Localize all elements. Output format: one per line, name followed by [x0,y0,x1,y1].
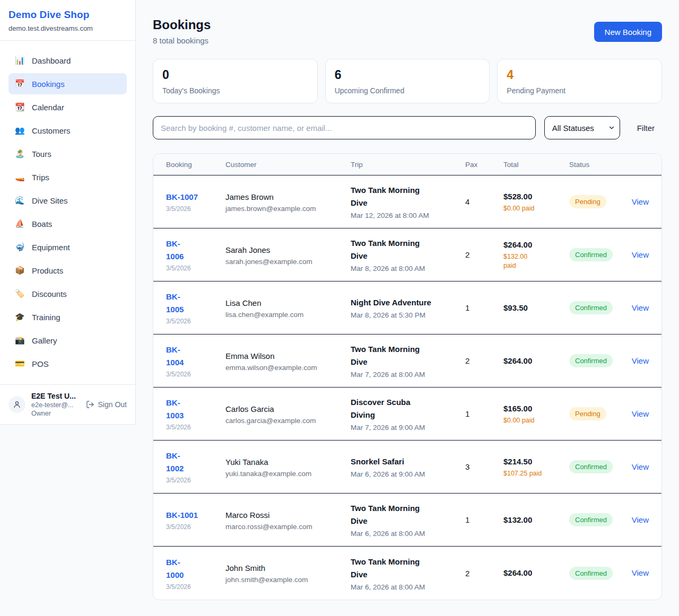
sidebar-item-equipment[interactable]: 🤿 Equipment [8,236,127,258]
customer-cell: Emma Wilson emma.wilson@example.com [225,350,351,372]
trip-name: Two Tank Morning Dive [351,237,465,262]
sidebar-item-label: Dashboard [32,56,71,65]
view-link[interactable]: View [632,303,649,312]
status-select[interactable]: All Statuses [544,116,620,139]
booking-id-link[interactable]: BK- 1002 [166,450,225,475]
booking-cell: BK- 1003 3/5/2026 [166,397,225,431]
sidebar-item-label: Tours [32,149,51,159]
discounts-icon: 🏷️ [15,289,27,298]
status-cell: Confirmed [569,513,626,526]
stat-label: Upcoming Confirmed [335,86,481,95]
view-link[interactable]: View [632,250,649,259]
pax-count: 2 [465,569,503,578]
sidebar-item-dashboard[interactable]: 📊 Dashboard [8,50,127,71]
actions-cell: View [632,462,649,472]
booking-id-link[interactable]: BK-1001 [166,509,225,522]
trips-icon: 🚤 [15,172,27,182]
page-title: Bookings [153,17,211,32]
booking-id-link[interactable]: BK- 1006 [166,237,225,263]
avatar [8,396,25,413]
view-link[interactable]: View [632,568,649,577]
filter-button[interactable]: Filter [637,124,655,133]
sidebar-item-trips[interactable]: 🚤 Trips [8,166,127,188]
booking-cell: BK-1001 3/5/2026 [166,509,225,531]
customer-cell: Carlos Garcia carlos.garcia@example.com [225,403,351,425]
sidebar-item-training[interactable]: 🎓 Training [8,306,127,328]
booking-id-link[interactable]: BK- 1003 [166,397,225,422]
sidebar-item-label: Dive Sites [32,196,68,205]
customer-email: yuki.tanaka@example.com [225,470,351,478]
stat-value: 0 [162,68,308,82]
view-link[interactable]: View [632,356,649,365]
sidebar-item-pos[interactable]: 💳 POS [8,353,127,374]
trip-name: Discover Scuba Diving [351,396,465,421]
paid-amount: $0.00 paid [503,416,569,425]
sidebar-item-dive-sites[interactable]: 🌊 Dive Sites [8,190,127,211]
pos-icon: 💳 [15,359,27,368]
total-cell: $165.00 $0.00 paid [503,403,569,425]
booking-id-link[interactable]: BK- 1005 [166,291,225,316]
pax-count: 1 [465,409,503,418]
booking-id-link[interactable]: BK- 1000 [166,556,225,582]
booking-id-link[interactable]: BK-1007 [166,191,225,204]
pax-count: 1 [465,515,503,524]
status-cell: Confirmed [569,248,626,261]
customer-cell: Yuki Tanaka yuki.tanaka@example.com [225,456,351,478]
column-header-3: Pax [465,161,503,169]
customer-cell: Lisa Chen lisa.chen@example.com [225,297,351,319]
view-link[interactable]: View [632,462,649,471]
customer-cell: James Brown james.brown@example.com [225,191,351,213]
equipment-icon: 🤿 [15,242,27,252]
customer-name: John Smith [225,562,351,574]
sidebar-item-gallery[interactable]: 📸 Gallery [8,330,127,351]
sidebar-item-discounts[interactable]: 🏷️ Discounts [8,283,127,304]
total-cell: $132.00 [503,514,569,526]
sidebar-item-label: Equipment [32,243,70,252]
actions-cell: View [632,409,649,419]
table-row: BK- 1003 3/5/2026 Carlos Garcia carlos.g… [153,388,661,441]
view-link[interactable]: View [632,197,649,206]
total-amount: $264.00 [503,567,569,579]
customer-email: james.brown@example.com [225,205,351,213]
view-link[interactable]: View [632,515,649,524]
search-input[interactable] [153,116,536,139]
customer-name: Emma Wilson [225,350,351,362]
trip-name: Two Tank Morning Dive [351,556,465,581]
stat-card-2: 4 Pending Payment [497,59,662,103]
sidebar-item-calendar[interactable]: 📆 Calendar [8,96,127,118]
actions-cell: View [632,303,649,313]
actions-cell: View [632,515,649,525]
column-header-4: Total [503,161,569,169]
stat-label: Today's Bookings [162,86,308,95]
trip-datetime: Mar 8, 2026 at 5:30 PM [351,311,465,319]
view-link[interactable]: View [632,409,649,418]
customer-name: Carlos Garcia [225,403,351,415]
column-header-2: Trip [351,161,465,169]
booking-cell: BK- 1004 3/5/2026 [166,344,225,378]
sidebar-item-tours[interactable]: 🏝️ Tours [8,143,127,164]
trip-datetime: Mar 12, 2026 at 8:00 AM [351,212,465,219]
sidebar-item-label: Products [32,266,63,275]
customer-email: emma.wilson@example.com [225,364,351,372]
table-body: BK-1007 3/5/2026 James Brown james.brown… [153,175,661,600]
new-booking-button[interactable]: New Booking [594,22,662,42]
sidebar-item-bookings[interactable]: 📅 Bookings [8,73,127,94]
stat-value: 4 [507,68,652,82]
actions-cell: View [632,568,649,578]
trip-cell: Night Dive Adventure Mar 8, 2026 at 5:30… [351,296,465,319]
pax-count: 4 [465,197,503,206]
total-cell: $264.00 [503,567,569,579]
sidebar-item-customers[interactable]: 👥 Customers [8,120,127,141]
sidebar-item-products[interactable]: 📦 Products [8,260,127,281]
booking-id-link[interactable]: BK- 1004 [166,344,225,369]
products-icon: 📦 [15,266,27,275]
status-cell: Confirmed [569,301,626,314]
sidebar-item-boats[interactable]: ⛵ Boats [8,213,127,234]
sidebar-item-label: Trips [32,173,49,182]
status-badge: Pending [569,195,606,208]
trip-name: Snorkel Safari [351,455,465,468]
customer-name: Marco Rossi [225,509,351,521]
sign-out-button[interactable]: Sign Out [86,400,127,409]
customer-name: James Brown [225,191,351,203]
pax-count: 3 [465,462,503,471]
